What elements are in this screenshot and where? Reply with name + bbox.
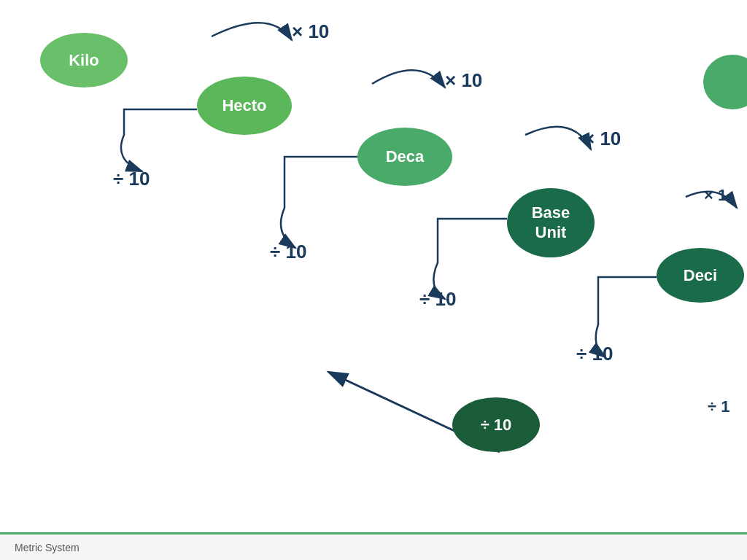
- hecto-label: Hecto: [222, 96, 266, 115]
- label-div10-5: ÷ 1: [708, 397, 729, 416]
- node-deci: Deci: [657, 248, 744, 303]
- base-label: Base Unit: [532, 203, 570, 242]
- div10-circle-label: ÷ 10: [481, 416, 512, 435]
- label-div10-2: ÷ 10: [270, 241, 306, 263]
- label-div10-1: ÷ 10: [113, 168, 150, 190]
- label-x10-1: × 10: [292, 20, 329, 43]
- label-x10-4: × 1: [704, 186, 727, 205]
- label-x10-3: × 10: [584, 128, 621, 150]
- diagram-area: Kilo Hecto Deca Base Unit Deci ÷ 10 × 10…: [0, 0, 747, 532]
- footer-text: Metric System: [15, 542, 80, 553]
- node-div10-circle: ÷ 10: [452, 397, 540, 452]
- node-deca: Deca: [357, 128, 452, 186]
- label-x10-2: × 10: [445, 69, 482, 92]
- kilo-label: Kilo: [69, 51, 99, 70]
- deca-label: Deca: [386, 147, 425, 166]
- label-div10-3: ÷ 10: [419, 288, 456, 311]
- label-div10-4: ÷ 10: [576, 343, 613, 365]
- footer: Metric System: [0, 532, 747, 560]
- node-base-unit: Base Unit: [507, 188, 595, 257]
- node-kilo: Kilo: [40, 33, 128, 88]
- partial-circle: [703, 55, 747, 109]
- deci-label: Deci: [684, 266, 717, 285]
- node-hecto: Hecto: [197, 77, 292, 135]
